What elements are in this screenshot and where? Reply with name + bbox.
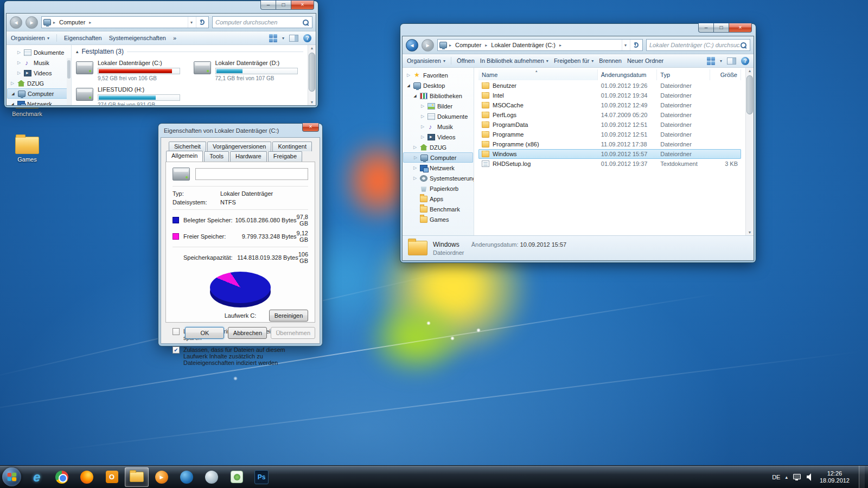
minimize-button[interactable]: –: [260, 1, 276, 10]
sidebar-item-videos[interactable]: ▷Videos: [403, 132, 474, 142]
address-dropdown-icon[interactable]: ▾: [188, 17, 195, 28]
sidebar-item-dzug[interactable]: ▷DZUG: [7, 78, 71, 88]
sidebar-item-dokumente[interactable]: ▷Dokumente: [7, 47, 71, 57]
sidebar-item-musik[interactable]: ▷Musik: [403, 121, 474, 132]
views-icon[interactable]: [707, 57, 715, 65]
toolbar-oeffnen[interactable]: Öffnen: [457, 57, 475, 64]
index-checkbox[interactable]: ✔: [173, 346, 180, 354]
preview-pane-icon[interactable]: [727, 57, 736, 65]
views-icon[interactable]: [269, 34, 277, 42]
close-button[interactable]: ×: [302, 123, 319, 132]
search-box[interactable]: [646, 39, 750, 51]
tree-collapsed-icon[interactable]: ▷: [420, 104, 425, 108]
file-row[interactable]: Intel 01.09.2012 19:34Dateiordner: [478, 91, 741, 100]
toolbar-organisieren[interactable]: Organisieren▾: [11, 35, 49, 41]
search-input[interactable]: [649, 42, 740, 48]
maximize-button[interactable]: □: [713, 23, 729, 33]
toolbar-systemeigenschaften[interactable]: Systemeigenschaften: [109, 35, 166, 41]
tree-collapsed-icon[interactable]: ▷: [412, 176, 418, 181]
address-bar[interactable]: ▸ Computer ▸ Lokaler Datenträger (C:) ▸ …: [437, 39, 643, 51]
tray-expand-icon[interactable]: ▴: [785, 474, 788, 480]
network-icon[interactable]: [793, 473, 801, 480]
taskbar-icon-outlook[interactable]: O: [100, 467, 124, 487]
start-button[interactable]: [2, 467, 21, 486]
language-indicator[interactable]: DE: [772, 474, 780, 480]
sidebar-scrollbar[interactable]: [67, 58, 71, 105]
window-titlebar[interactable]: – □ ×: [402, 24, 754, 36]
sidebar-item-apps[interactable]: Apps: [403, 194, 474, 204]
address-bar[interactable]: ▸ Computer ▸ ▾: [41, 16, 209, 28]
file-row[interactable]: ProgramData 10.09.2012 12:51Dateiordner: [478, 120, 741, 130]
breadcrumb-item-computer[interactable]: Computer: [58, 19, 87, 25]
sidebar-item-benchmark[interactable]: Benchmark: [403, 204, 474, 214]
sidebar-item-systemsteuerung[interactable]: ▷Systemsteuerung: [403, 173, 474, 183]
close-button[interactable]: ×: [729, 23, 752, 33]
tab-allgemein[interactable]: Allgemein: [166, 151, 203, 162]
sidebar-item-bilder[interactable]: ▷Bilder: [403, 101, 474, 111]
help-icon[interactable]: ?: [741, 57, 749, 65]
tree-collapsed-icon[interactable]: ▷: [420, 124, 425, 129]
back-button[interactable]: ◄: [10, 16, 22, 29]
sidebar-item-dokumente[interactable]: ▷Dokumente: [403, 111, 474, 121]
address-dropdown-icon[interactable]: ▾: [622, 40, 629, 50]
taskbar-icon-firefox[interactable]: [75, 467, 99, 487]
sidebar-item-games[interactable]: Games: [403, 214, 474, 224]
taskbar-icon-explorer[interactable]: [125, 467, 149, 487]
tree-collapsed-icon[interactable]: ▷: [420, 114, 425, 119]
file-row[interactable]: MSOCache 10.09.2012 12:49Dateiordner: [478, 100, 741, 110]
search-icon[interactable]: [302, 19, 309, 26]
forward-button[interactable]: ►: [25, 16, 38, 29]
desktop-icon-games[interactable]: Games: [7, 137, 48, 163]
file-row[interactable]: Programme (x86) 11.09.2012 17:38Dateiord…: [478, 139, 741, 149]
ok-button[interactable]: OK: [185, 327, 224, 339]
tree-expanded-icon[interactable]: ◢: [406, 84, 411, 88]
tree-expanded-icon[interactable]: ◢: [10, 102, 15, 106]
sidebar-item-computer[interactable]: ◢Computer: [7, 88, 71, 99]
dialog-titlebar[interactable]: Eigenschaften von Lokaler Datenträger (C…: [161, 124, 320, 137]
toolbar-eigenschaften[interactable]: Eigenschaften: [64, 35, 102, 41]
compress-checkbox[interactable]: [173, 328, 180, 335]
search-input[interactable]: [215, 19, 302, 25]
tree-collapsed-icon[interactable]: ▷: [406, 73, 411, 78]
tab-kontingent[interactable]: Kontingent: [272, 142, 312, 151]
column-header-size[interactable]: Größe: [710, 69, 741, 80]
sidebar-item-desktop[interactable]: ◢Desktop: [403, 80, 474, 91]
drive-item-c[interactable]: Lokaler Datenträger (C:) 9,52 GB frei vo…: [76, 60, 186, 81]
scrollbar-thumb[interactable]: [67, 60, 71, 79]
taskbar-icon-media-player[interactable]: ▶: [150, 467, 174, 487]
toolbar-organisieren[interactable]: Organisieren▾: [407, 57, 445, 64]
breadcrumb-item-c-drive[interactable]: Lokaler Datenträger (C:): [489, 42, 557, 48]
scrollbar-thumb[interactable]: [746, 75, 753, 114]
tab-sicherheit[interactable]: Sicherheit: [169, 142, 206, 151]
sidebar-item-dzug[interactable]: ▷DZUG: [403, 142, 474, 152]
tree-collapsed-icon[interactable]: ▷: [412, 145, 418, 150]
cleanup-button[interactable]: Bereinigen: [269, 310, 308, 322]
taskbar-icon-app2[interactable]: [225, 467, 248, 487]
search-box[interactable]: [212, 16, 312, 28]
toolbar-overflow[interactable]: »: [173, 35, 176, 41]
sidebar-item-bibliotheken[interactable]: ◢Bibliotheken: [403, 91, 474, 101]
refresh-button[interactable]: [196, 17, 207, 28]
toolbar-brennen[interactable]: Brennen: [599, 57, 622, 64]
column-header-type[interactable]: Typ: [657, 69, 710, 80]
tree-collapsed-icon[interactable]: ▷: [420, 134, 425, 139]
drive-item-h[interactable]: LIFESTUDIO (H:) 274 GB frei von 931 GB: [76, 86, 186, 105]
file-row[interactable]: PerfLogs 14.07.2009 05:20Dateiordner: [478, 110, 741, 120]
vertical-scrollbar[interactable]: ▲ ▼: [745, 68, 754, 235]
taskbar-icon-chrome[interactable]: [50, 467, 74, 487]
refresh-button[interactable]: [630, 40, 641, 50]
scrollbar-thumb[interactable]: [309, 53, 315, 92]
tree-expanded-icon[interactable]: ◢: [412, 94, 418, 98]
back-button[interactable]: ◄: [406, 39, 418, 52]
maximize-button[interactable]: □: [276, 1, 291, 10]
scroll-up-icon[interactable]: ▲: [746, 69, 754, 73]
sidebar-item-netzwerk[interactable]: ◢Netzwerk: [7, 99, 71, 105]
drive-item-d[interactable]: Lokaler Datenträger (D:) 72,1 GB frei vo…: [194, 60, 304, 81]
sidebar-item-papierkorb[interactable]: Papierkorb: [403, 183, 474, 194]
tree-collapsed-icon[interactable]: ▷: [16, 70, 22, 75]
taskbar-icon-internet-explorer[interactable]: e: [25, 467, 49, 487]
views-dropdown-icon[interactable]: ▾: [720, 59, 722, 63]
tree-collapsed-icon[interactable]: ▷: [10, 81, 15, 86]
volume-icon[interactable]: [806, 473, 815, 480]
vertical-scrollbar[interactable]: ▲ ▼: [308, 45, 316, 105]
